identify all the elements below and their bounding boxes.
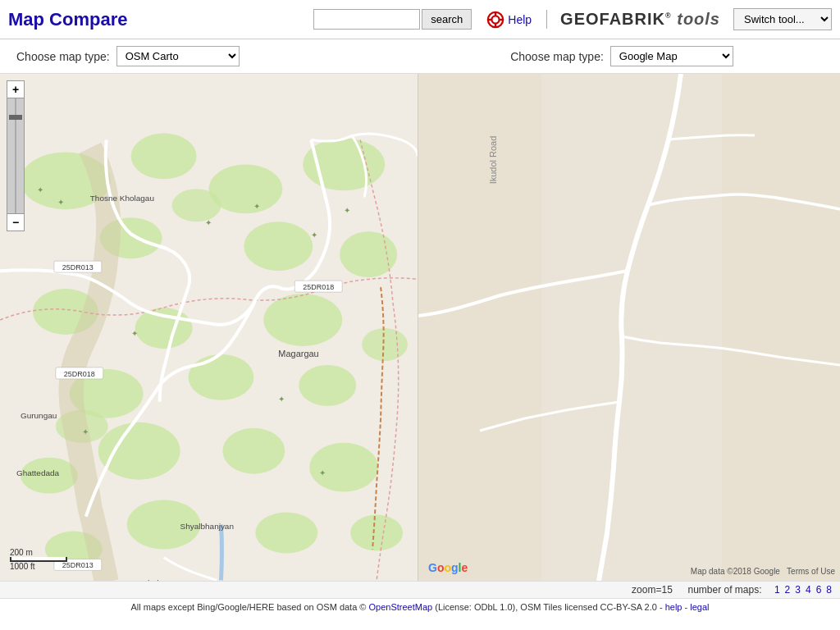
footer-text-1: All maps except Bing/Google/HERE based o… xyxy=(131,602,369,612)
svg-text:✦: ✦ xyxy=(37,185,43,194)
help-link[interactable]: Help xyxy=(486,11,532,29)
footer-legal-link[interactable]: legal xyxy=(690,602,709,612)
right-map[interactable]: Ikudol Road Ikudol Road Ikudol Road Map … xyxy=(418,74,840,581)
osm-link[interactable]: OpenStreetMap xyxy=(369,602,433,612)
svg-text:✦: ✦ xyxy=(311,231,317,240)
zoom-slider-thumb xyxy=(9,115,22,120)
svg-point-27 xyxy=(350,515,403,551)
svg-point-1 xyxy=(492,16,500,23)
map-data-text: Map data ©2018 Google xyxy=(691,567,780,576)
osm-map-svg: 25DR013 25DR018 25DR018 25DR013 25DR021 … xyxy=(0,74,418,581)
svg-text:Magargau: Magargau xyxy=(278,349,318,358)
geofabrik-logo: GEOFABRIK® tools xyxy=(546,10,720,29)
map-count-2[interactable]: 2 xyxy=(785,584,791,596)
svg-point-10 xyxy=(303,138,385,190)
map-count-3[interactable]: 3 xyxy=(795,584,801,596)
svg-text:✦: ✦ xyxy=(57,198,64,207)
scale-bar: 200 m 1000 ft xyxy=(10,548,67,571)
map-count-4[interactable]: 4 xyxy=(806,584,811,596)
svg-point-29 xyxy=(362,328,408,361)
help-icon xyxy=(486,11,504,29)
svg-text:25DR018: 25DR018 xyxy=(64,370,95,378)
svg-point-13 xyxy=(340,231,397,277)
number-of-maps-label: number of maps: xyxy=(687,584,761,596)
google-logo: Google xyxy=(428,561,468,574)
terms-of-use-link[interactable]: Terms of Use xyxy=(787,567,835,576)
svg-point-16 xyxy=(263,294,342,346)
app-title[interactable]: Map Compare xyxy=(8,9,127,30)
maps-container: 25DR013 25DR018 25DR018 25DR013 25DR021 … xyxy=(0,74,840,581)
search-button[interactable]: search xyxy=(422,9,472,30)
map-count-1[interactable]: 1 xyxy=(774,584,780,596)
zoom-status: zoom=15 xyxy=(632,584,673,596)
left-map[interactable]: 25DR013 25DR018 25DR018 25DR013 25DR021 … xyxy=(0,74,418,581)
right-map-type-select[interactable]: OSM Carto OSM DE OSM France Humanitarian… xyxy=(610,46,733,66)
svg-text:25DR013: 25DR013 xyxy=(62,263,94,272)
right-map-type-label: Choose map type: xyxy=(510,50,604,63)
map-count-8[interactable]: 8 xyxy=(826,584,832,596)
footer: All maps except Bing/Google/HERE based o… xyxy=(0,598,840,615)
svg-text:Shyalbhanjyan: Shyalbhanjyan xyxy=(180,522,234,531)
help-label: Help xyxy=(508,13,532,26)
footer-help-link[interactable]: help xyxy=(665,602,682,612)
footer-text-2: (License: ODbL 1.0), OSM Tiles licensed … xyxy=(432,602,664,612)
svg-text:✦: ✦ xyxy=(344,206,350,215)
search-input[interactable] xyxy=(313,9,420,30)
zoom-in-button[interactable]: + xyxy=(7,80,25,98)
google-map-svg: Ikudol Road Ikudol Road Ikudol Road xyxy=(418,74,840,581)
svg-text:✦: ✦ xyxy=(253,202,260,211)
svg-point-21 xyxy=(222,428,285,474)
footer-text-3: - xyxy=(682,602,690,612)
zoom-slider-track xyxy=(15,98,16,213)
zoom-out-button[interactable]: − xyxy=(7,213,25,231)
svg-text:✦: ✦ xyxy=(82,427,89,436)
svg-text:Thosne Kholagau: Thosne Kholagau xyxy=(90,194,154,203)
scale-top: 200 m xyxy=(10,548,67,557)
svg-point-20 xyxy=(98,422,180,480)
left-map-type-select[interactable]: OSM Carto OSM DE OSM France Humanitarian… xyxy=(116,46,240,66)
map-controls: Choose map type: OSM Carto OSM DE OSM Fr… xyxy=(0,39,840,74)
left-map-type-label: Choose map type: xyxy=(16,50,110,63)
svg-text:Basdada: Basdada xyxy=(131,578,164,581)
switch-tool-select[interactable]: Switch tool... xyxy=(733,8,832,30)
right-map-control: Choose map type: OSM Carto OSM DE OSM Fr… xyxy=(420,46,824,66)
svg-point-28 xyxy=(172,189,221,221)
svg-text:Gurungau: Gurungau xyxy=(21,411,57,420)
svg-point-12 xyxy=(244,221,313,271)
svg-point-8 xyxy=(131,133,197,179)
svg-point-25 xyxy=(255,513,317,554)
svg-point-18 xyxy=(189,354,254,400)
svg-text:25DR018: 25DR018 xyxy=(303,283,334,291)
svg-text:✦: ✦ xyxy=(319,468,326,477)
zoom-controls: + − xyxy=(7,80,25,231)
scale-bottom: 1000 ft xyxy=(10,562,67,571)
svg-point-15 xyxy=(135,308,193,349)
svg-text:Ghattedada: Ghattedada xyxy=(16,468,60,477)
svg-text:✦: ✦ xyxy=(278,395,285,404)
google-attribution: Map data ©2018 Google Terms of Use xyxy=(691,567,835,576)
svg-text:✦: ✦ xyxy=(205,218,212,227)
status-bar: zoom=15 number of maps: 1 2 3 4 6 8 xyxy=(0,581,840,598)
svg-rect-58 xyxy=(541,74,722,581)
left-map-control: Choose map type: OSM Carto OSM DE OSM Fr… xyxy=(16,46,420,66)
svg-point-19 xyxy=(299,365,356,406)
svg-text:Ikudol Road: Ikudol Road xyxy=(488,136,498,185)
zoom-slider[interactable] xyxy=(7,98,25,213)
map-count-6[interactable]: 6 xyxy=(816,584,822,596)
svg-text:✦: ✦ xyxy=(131,329,138,338)
app-header: Map Compare search Help GEOFABRIK® tools… xyxy=(0,0,840,39)
